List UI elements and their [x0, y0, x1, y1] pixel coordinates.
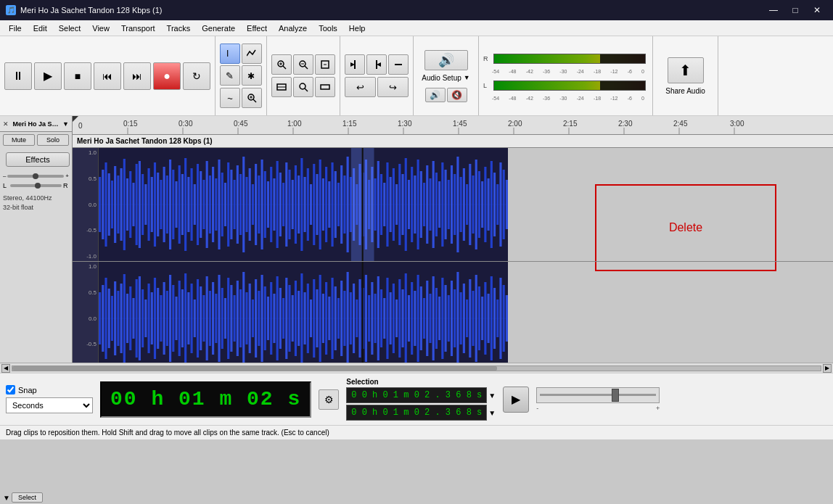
svg-rect-305 [408, 295, 410, 342]
play-button[interactable]: ▶ [34, 62, 62, 90]
scroll-track[interactable] [12, 365, 821, 371]
menu-edit[interactable]: Edit [28, 20, 53, 36]
svg-rect-299 [390, 292, 392, 344]
svg-rect-293 [371, 282, 373, 355]
svg-rect-333 [493, 288, 496, 349]
zoom-out-button[interactable] [293, 54, 313, 75]
scroll-right-button[interactable]: ▶ [823, 364, 832, 373]
speed-min-label: - [536, 405, 538, 412]
svg-rect-287 [353, 284, 355, 353]
menu-help[interactable]: Help [343, 20, 372, 36]
timeline-ruler: 0 0:15 0:30 0:45 1:00 1:15 1:30 1:45 2:0… [73, 116, 833, 135]
speaker-mute-button[interactable]: 🔇 [447, 88, 467, 102]
tool-selector: I ✎ ✱ ~ [216, 36, 267, 115]
zoom-toggle-button[interactable] [293, 77, 313, 97]
draw-tool[interactable]: ✎ [220, 65, 240, 86]
settings-icon: ⚙ [324, 394, 334, 405]
fit-selection-button[interactable] [315, 54, 335, 75]
audio-setup-dropdown-icon[interactable]: ▼ [464, 74, 470, 81]
svg-rect-69 [141, 174, 144, 235]
undo-button[interactable]: ↩ [345, 77, 376, 97]
svg-rect-273 [310, 299, 312, 337]
svg-rect-111 [270, 167, 272, 242]
silence-button[interactable] [388, 54, 409, 75]
pause-button[interactable]: ⏸ [4, 62, 32, 90]
scroll-thumb[interactable] [12, 366, 497, 371]
svg-rect-174 [456, 157, 459, 252]
svg-rect-221 [151, 292, 153, 344]
menu-effect[interactable]: Effect [241, 20, 273, 36]
menu-transport[interactable]: Transport [115, 20, 161, 36]
svg-rect-227 [169, 275, 171, 362]
close-button[interactable]: ✕ [807, 2, 827, 18]
menu-analyze[interactable]: Analyze [273, 20, 313, 36]
select-button[interactable]: Select [12, 492, 43, 503]
track-close-button[interactable]: ✕ [3, 120, 9, 128]
minimize-button[interactable]: — [763, 2, 784, 18]
menu-select[interactable]: Select [53, 20, 87, 36]
tracks-wrapper: ✕ Meri Ho Ja S… ▼ Mute Solo Effects – + … [0, 116, 833, 363]
smooth-tool[interactable]: ~ [220, 88, 240, 108]
horizontal-scrollbar[interactable]: ◀ ▶ [0, 363, 833, 373]
speaker-button[interactable]: 🔊 [425, 88, 446, 102]
menu-file[interactable]: File [3, 20, 28, 36]
svg-rect-260 [270, 282, 272, 355]
selection-end-dropdown[interactable]: ▼ [488, 409, 496, 417]
scroll-left-button[interactable]: ◀ [1, 364, 10, 373]
menu-tools[interactable]: Tools [313, 20, 343, 36]
audio-setup-button[interactable]: 🔊 [424, 50, 468, 70]
speed-knob[interactable] [612, 389, 619, 402]
menu-tracks[interactable]: Tracks [161, 20, 197, 36]
select-tool[interactable]: I [220, 44, 240, 64]
zoom-tool[interactable] [242, 88, 262, 108]
svg-rect-270 [300, 273, 303, 363]
svg-rect-108 [260, 160, 263, 249]
svg-rect-187 [496, 184, 498, 225]
svg-rect-115 [282, 183, 284, 226]
mute-button[interactable]: Mute [3, 134, 35, 146]
selection-label: Selection [346, 378, 496, 386]
multi-tool[interactable]: ✱ [242, 65, 262, 86]
svg-rect-125 [313, 164, 315, 245]
skip-back-button[interactable]: ⏮ [94, 62, 121, 90]
expand-track-icon[interactable]: ▼ [3, 494, 10, 502]
svg-rect-216 [136, 279, 138, 358]
skip-forward-button[interactable]: ⏭ [123, 62, 151, 90]
pan-knob[interactable] [35, 183, 41, 189]
zoom-width-button[interactable] [315, 77, 335, 97]
share-audio-button[interactable]: ⬆ [668, 57, 704, 83]
solo-button[interactable]: Solo [37, 134, 69, 146]
envelope-tool[interactable] [242, 44, 262, 64]
maximize-button[interactable]: □ [785, 2, 805, 18]
redo-button[interactable]: ↪ [377, 77, 409, 97]
record-button[interactable]: ● [153, 62, 181, 90]
selection-start-dropdown[interactable]: ▼ [488, 392, 496, 400]
fit-project-button[interactable] [271, 77, 292, 97]
svg-rect-155 [398, 164, 401, 245]
svg-rect-77 [166, 175, 168, 234]
play-bottom-button[interactable]: ▶ [503, 387, 529, 413]
settings-button[interactable]: ⚙ [319, 389, 339, 410]
trim-right-button[interactable] [366, 54, 387, 75]
seconds-dropdown[interactable]: Seconds [6, 397, 93, 413]
svg-rect-95 [221, 173, 223, 236]
volume-slider[interactable] [7, 175, 64, 178]
speed-slider-container[interactable] [536, 387, 660, 403]
svg-rect-282 [337, 298, 340, 339]
menu-generate[interactable]: Generate [196, 20, 241, 36]
stop-button[interactable]: ■ [64, 62, 91, 90]
title-bar: 🎵 Meri Ho Ja Sachet Tandon 128 Kbps (1) … [0, 0, 833, 20]
trim-left-button[interactable] [345, 54, 365, 75]
snap-checkbox[interactable] [6, 385, 15, 394]
svg-rect-279 [328, 297, 330, 340]
svg-rect-133 [337, 183, 340, 226]
volume-knob[interactable] [33, 173, 38, 179]
effects-button[interactable]: Effects [6, 152, 70, 167]
menu-view[interactable]: View [86, 20, 115, 36]
loop-button[interactable]: ↻ [183, 62, 210, 90]
pan-slider[interactable] [10, 184, 62, 187]
track-dropdown-icon[interactable]: ▼ [62, 120, 69, 128]
zoom-in-button[interactable] [271, 54, 292, 75]
svg-rect-58 [108, 173, 110, 236]
svg-rect-244 [221, 288, 223, 349]
